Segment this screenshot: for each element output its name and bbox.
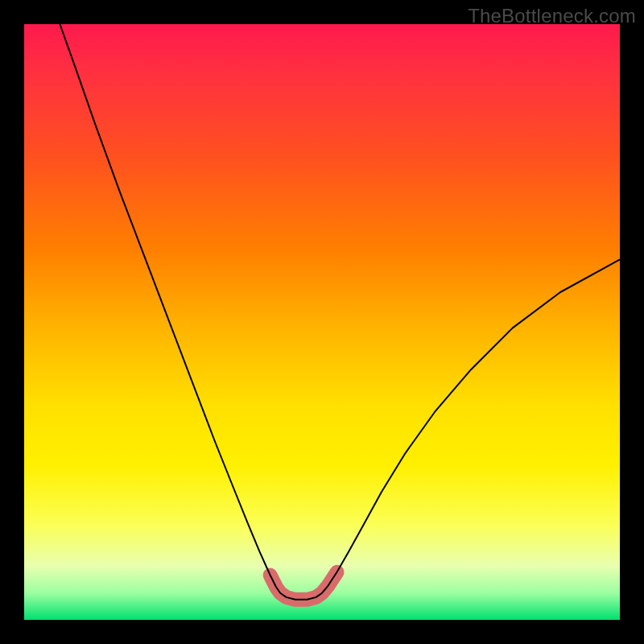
valley-highlight-path xyxy=(270,572,337,600)
curve-svg xyxy=(24,24,620,620)
bottleneck-curve-path xyxy=(60,24,620,600)
plot-area xyxy=(24,24,620,620)
watermark-text: TheBottleneck.com xyxy=(468,5,636,27)
